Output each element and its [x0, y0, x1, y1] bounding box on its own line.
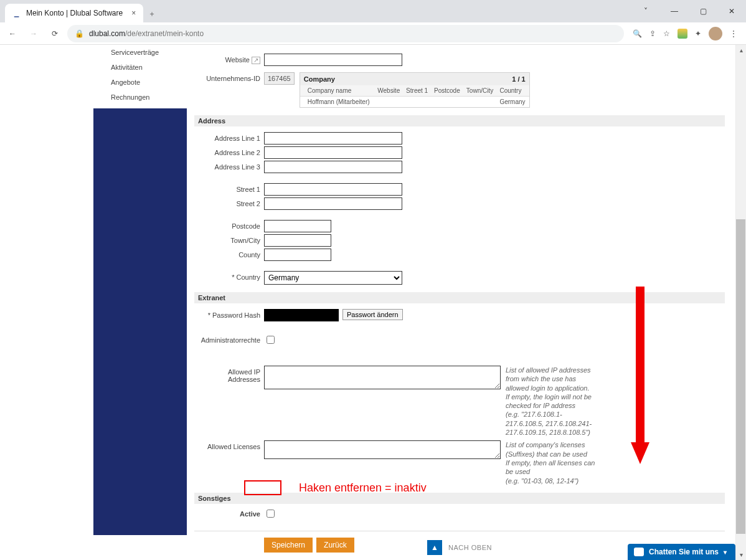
admin-label: Administratorrechte: [194, 334, 264, 344]
back-button[interactable]: ←: [4, 25, 21, 42]
website-label: Website: [225, 56, 250, 64]
password-label: * Password Hash: [194, 309, 264, 319]
chat-icon: [634, 548, 644, 556]
addr1-label: Address Line 1: [194, 132, 264, 142]
street1-input[interactable]: [264, 183, 402, 196]
scrollbar[interactable]: ▴ ▾: [735, 45, 746, 560]
annotation-text: Haken entfernen = inaktiv: [299, 482, 427, 495]
cell-company-name: Hoffmann (Mitarbeiter): [305, 97, 375, 108]
col-postcode: Postcode: [432, 85, 464, 97]
website-input[interactable]: [264, 54, 402, 66]
tab-favicon: ⎯: [11, 8, 21, 18]
active-label: Active: [194, 508, 264, 518]
scroll-up-arrow[interactable]: ▴: [736, 45, 746, 55]
col-country: Country: [497, 85, 529, 97]
zoom-icon[interactable]: 🔍: [633, 29, 642, 38]
addr3-input[interactable]: [264, 161, 402, 173]
password-hash-field: [264, 309, 339, 321]
addr1-input[interactable]: [264, 132, 402, 145]
sidebar-item-invoices[interactable]: Rechnungen: [93, 90, 187, 105]
town-label: Town/City: [194, 234, 264, 244]
main-content: Website ↗ Unternehmens-ID 167465 Company…: [194, 45, 725, 554]
back-to-top-button[interactable]: ▲: [427, 540, 442, 555]
window-controls: ˅ ― ▢ ✕: [631, 0, 746, 22]
sidebar-item-offers[interactable]: Angebote: [93, 75, 187, 90]
sidebar-background: [93, 108, 187, 535]
country-select[interactable]: Germany: [264, 271, 402, 285]
lock-icon: 🔒: [75, 29, 84, 38]
new-tab-button[interactable]: ＋: [143, 5, 161, 22]
scroll-thumb[interactable]: [736, 219, 745, 534]
url-host: dlubal.com: [89, 29, 125, 38]
street2-label: Street 2: [194, 197, 264, 207]
active-checkbox[interactable]: [267, 510, 275, 518]
street1-label: Street 1: [194, 183, 264, 193]
country-label: * Country: [194, 271, 264, 281]
back-to-top-label: NACH OBEN: [448, 544, 492, 551]
chevron-down-icon: ▾: [724, 549, 727, 556]
town-input[interactable]: [264, 234, 331, 247]
addr2-input[interactable]: [264, 146, 402, 159]
chat-label: Chatten Sie mit uns: [649, 548, 719, 556]
county-label: County: [194, 249, 264, 259]
profile-avatar[interactable]: [709, 27, 722, 40]
company-id-label: Unternehmens-ID: [194, 72, 264, 82]
county-input[interactable]: [264, 249, 331, 261]
table-row[interactable]: Hoffmann (Mitarbeiter) Germany: [300, 97, 529, 108]
admin-checkbox[interactable]: [267, 336, 275, 344]
col-town: Town/City: [464, 85, 498, 97]
company-table-counter: 1 / 1: [512, 75, 525, 83]
company-id-value: 167465: [264, 72, 295, 85]
sidebar-item-service[interactable]: Serviceverträge: [93, 45, 187, 60]
col-website: Website: [375, 85, 404, 97]
licenses-label: Allowed Licenses: [194, 440, 264, 450]
licenses-textarea[interactable]: [264, 440, 501, 459]
share-icon[interactable]: ⇪: [649, 29, 656, 38]
addr2-label: Address Line 2: [194, 146, 264, 156]
address-bar[interactable]: 🔒 dlubal.com/de/extranet/mein-konto: [67, 25, 624, 42]
address-section-header: Address: [194, 115, 725, 126]
chat-widget[interactable]: Chatten Sie mit uns ▾: [628, 544, 735, 560]
external-link-icon[interactable]: ↗: [252, 57, 260, 64]
maximize-button[interactable]: ▢: [689, 0, 717, 22]
extensions-icon[interactable]: ✦: [695, 29, 701, 38]
cell-country: Germany: [497, 97, 529, 108]
reload-button[interactable]: ⟳: [46, 25, 64, 42]
dropdown-icon[interactable]: ˅: [631, 0, 660, 22]
scroll-down-arrow[interactable]: ▾: [736, 549, 746, 560]
close-tab-icon[interactable]: ×: [128, 9, 136, 17]
postcode-label: Postcode: [194, 220, 264, 230]
tab-title: Mein Konto | Dlubal Software: [26, 9, 123, 17]
annotation-highlight: [244, 480, 281, 495]
street2-input[interactable]: [264, 197, 402, 210]
licenses-hint: List of company's licenses (Suffixes) th…: [506, 440, 599, 485]
browser-tab[interactable]: ⎯ Mein Konto | Dlubal Software ×: [5, 4, 143, 22]
addr3-label: Address Line 3: [194, 161, 264, 171]
minimize-button[interactable]: ―: [660, 0, 689, 22]
postcode-input[interactable]: [264, 220, 331, 232]
ip-hint: List of allowed IP addresses from which …: [506, 366, 599, 437]
forward-button[interactable]: →: [25, 25, 42, 42]
company-table: Company 1 / 1 Company name Website Stree…: [300, 72, 530, 108]
ip-label: Allowed IP Addresses: [194, 366, 264, 383]
page-viewport: ▴ ▾ Serviceverträge Aktivitäten Angebote…: [0, 45, 746, 560]
close-window-button[interactable]: ✕: [717, 0, 746, 22]
extension-icon[interactable]: [678, 29, 687, 39]
title-bar: ⎯ Mein Konto | Dlubal Software × ＋ ˅ ― ▢…: [0, 0, 746, 22]
ip-textarea[interactable]: [264, 366, 501, 389]
bookmark-icon[interactable]: ☆: [663, 29, 670, 38]
url-path: /de/extranet/mein-konto: [125, 29, 204, 38]
change-password-button[interactable]: Passwort ändern: [342, 309, 403, 320]
col-company: Company name: [305, 85, 375, 97]
sidebar-item-activities[interactable]: Aktivitäten: [93, 60, 187, 75]
toolbar: ← → ⟳ 🔒 dlubal.com/de/extranet/mein-kont…: [0, 22, 746, 45]
menu-icon[interactable]: ⋮: [730, 29, 737, 38]
col-street: Street 1: [404, 85, 432, 97]
company-table-title: Company: [304, 75, 335, 83]
extranet-section-header: Extranet: [194, 292, 725, 303]
